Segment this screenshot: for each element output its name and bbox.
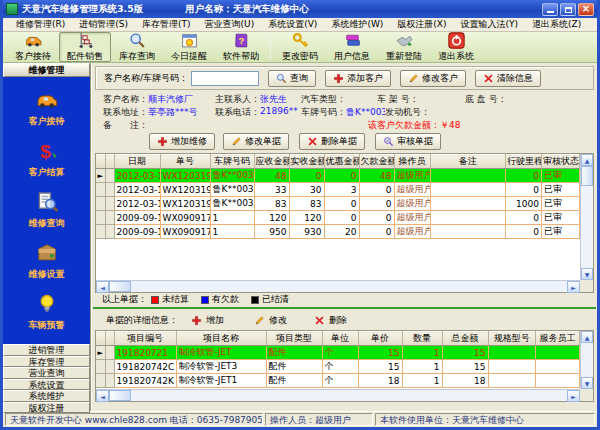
toolbar-button-parts-sales[interactable]: 配件销售 [59, 32, 111, 62]
scroll-up-icon[interactable]: ▲ [581, 331, 593, 343]
column-header[interactable]: 车牌号码 [210, 155, 254, 169]
detail-delete-button[interactable]: 删除 [314, 314, 347, 327]
sidebar-section-system-maintenance[interactable]: 系统维护 [3, 390, 90, 402]
toolbar-button-relogin[interactable]: 重新登陆 [378, 32, 430, 62]
edit-order-button[interactable]: 修改单据 [223, 133, 289, 150]
sidebar-section-business-query[interactable]: 营业查询 [3, 367, 90, 379]
table-row[interactable]: 2012-03-19WX1203190002鲁K**003333030超级用户0… [96, 183, 580, 197]
detail-edit-button[interactable]: 修改 [254, 314, 287, 327]
scroll-down-icon[interactable]: ▼ [581, 268, 593, 280]
sidebar-section-purchase-sales[interactable]: 进销管理 [3, 344, 90, 356]
sidebar-section-system-settings[interactable]: 系统设置 [3, 379, 90, 391]
table-row[interactable]: ►191820721制冷软管-JET配件个15115 [96, 346, 580, 360]
table-row[interactable]: 191820742K制冷软管-JET1配件个18118 [96, 374, 580, 388]
audit-order-button[interactable]: 审核单据 [375, 133, 441, 150]
scroll-left-icon[interactable]: ◄ [96, 281, 109, 293]
orders-horizontal-scrollbar[interactable]: ◄ ► [96, 280, 580, 292]
column-header[interactable]: 行驶里程 [506, 155, 542, 169]
cell: 83 [289, 197, 324, 211]
column-header[interactable]: 项目名称 [176, 332, 266, 346]
column-header[interactable]: 规格型号 [488, 332, 536, 346]
row-indicator [96, 211, 105, 225]
maximize-button[interactable] [560, 3, 576, 16]
column-header[interactable]: 备注 [430, 155, 506, 169]
column-header[interactable]: 操作员 [394, 155, 430, 169]
legend-item: 未结算 [151, 293, 189, 306]
sidebar-item-repair-settings[interactable]: 维修设置 [29, 242, 65, 293]
column-header[interactable]: 项目编号 [114, 332, 176, 346]
menu-item-input-method[interactable]: 设置输入法(Y) [454, 18, 526, 31]
add-repair-button[interactable]: 增加维修 [149, 133, 215, 150]
cell: 鲁K**003 [210, 169, 254, 183]
detail-add-button[interactable]: 增加 [191, 314, 224, 327]
menu-item-repair[interactable]: 维修管理(R) [9, 18, 72, 31]
column-header[interactable]: 日期 [114, 155, 160, 169]
row-indicator [105, 225, 114, 239]
scrollbar-corner [580, 389, 593, 401]
scroll-thumb[interactable] [109, 281, 131, 292]
cell: 33 [254, 183, 289, 197]
scroll-thumb[interactable] [581, 166, 593, 186]
sidebar-header-repair[interactable]: 维修管理 [3, 63, 90, 77]
column-header[interactable]: 欠款金额 [359, 155, 394, 169]
edit-customer-button[interactable]: 修改客户 [400, 70, 466, 87]
details-vertical-scrollbar[interactable]: ▲ ▼ [580, 331, 593, 389]
toolbar-button-change-password[interactable]: 更改密码 [274, 32, 326, 62]
scroll-left-icon[interactable]: ◄ [96, 390, 109, 402]
column-header[interactable]: 项目类型 [266, 332, 322, 346]
toolbar-button-user-info[interactable]: 用户信息 [326, 32, 378, 62]
search-doc-icon [36, 191, 58, 213]
scroll-track[interactable] [131, 281, 567, 292]
close-button[interactable] [578, 3, 594, 16]
menu-item-registration[interactable]: 版权注册(X) [390, 18, 453, 31]
scroll-thumb[interactable] [109, 390, 131, 401]
delete-order-button[interactable]: 删除单据 [299, 133, 365, 150]
orders-vertical-scrollbar[interactable]: ▲ ▼ [580, 154, 593, 280]
menu-item-business-query[interactable]: 营业查询(U) [198, 18, 262, 31]
menu-item-exit[interactable]: 退出系统(Z) [525, 18, 588, 31]
column-header[interactable]: 优惠金额 [324, 155, 359, 169]
menu-item-purchase-sales[interactable]: 进销管理(S) [72, 18, 135, 31]
sidebar-item-repair-query[interactable]: 维修查询 [29, 191, 65, 242]
table-row[interactable]: 2009-09-17WX0909170005112012000超级用户0已审 [96, 211, 580, 225]
cell: 120 [289, 211, 324, 225]
scroll-down-icon[interactable]: ▼ [581, 377, 593, 389]
menu-item-system-settings[interactable]: 系统设置(V) [261, 18, 324, 31]
toolbar-button-software-help[interactable]: ?软件帮助 [215, 32, 267, 62]
sidebar-item-customer-reception[interactable]: 客户接待 [29, 89, 65, 140]
toolbar-button-customer-reception[interactable]: 客户接待 [7, 32, 59, 62]
column-header[interactable]: 应收金额 [254, 155, 289, 169]
column-header[interactable]: 单号 [160, 155, 210, 169]
scroll-up-icon[interactable]: ▲ [581, 154, 593, 166]
sidebar-item-customer-settlement[interactable]: $客户结算 [29, 140, 65, 191]
column-header[interactable]: 单位 [322, 332, 358, 346]
details-horizontal-scrollbar[interactable]: ◄ ► [96, 389, 580, 401]
column-header[interactable]: 总金额 [442, 332, 488, 346]
toolbar-button-today-reminder[interactable]: 今日提醒 [163, 32, 215, 62]
column-header[interactable]: 服务员工 [536, 332, 580, 346]
sidebar-section-inventory[interactable]: 库存管理 [3, 356, 90, 368]
menu-item-system-maintenance[interactable]: 系统维护(W) [324, 18, 390, 31]
table-row[interactable]: 2009-09-17WX09091700041950930200超级用户0已审 [96, 225, 580, 239]
minimize-button[interactable] [542, 3, 558, 16]
toolbar-button-inventory-query[interactable]: 库存查询 [111, 32, 163, 62]
sidebar-section-registration[interactable]: 版权注册 [3, 402, 90, 414]
clear-info-button[interactable]: 清除信息 [475, 70, 541, 87]
scroll-right-icon[interactable]: ► [567, 281, 580, 293]
menu-item-inventory[interactable]: 库存管理(T) [135, 18, 198, 31]
lamp-icon [36, 293, 58, 315]
scroll-track[interactable] [131, 390, 567, 401]
column-header[interactable]: 审核状态 [542, 155, 580, 169]
add-customer-button[interactable]: 添加客户 [325, 70, 391, 87]
sidebar-item-vehicle-alert[interactable]: 车辆预警 [29, 293, 65, 344]
search-input[interactable] [191, 71, 259, 86]
column-header[interactable]: 单价 [358, 332, 402, 346]
column-header[interactable]: 实收金额 [289, 155, 324, 169]
query-button[interactable]: 查询 [268, 70, 316, 87]
column-header[interactable]: 数量 [402, 332, 442, 346]
table-row[interactable]: 191820742C制冷软管-JET3配件个15115 [96, 360, 580, 374]
toolbar-button-exit-system[interactable]: 退出系统 [430, 32, 482, 62]
table-row[interactable]: 2012-03-19WX1203190001鲁K**003838300超级用户1… [96, 197, 580, 211]
table-row[interactable]: ►2012-03-19WX1203190003鲁K**003480048超级用户… [96, 169, 580, 183]
scroll-right-icon[interactable]: ► [567, 390, 580, 402]
